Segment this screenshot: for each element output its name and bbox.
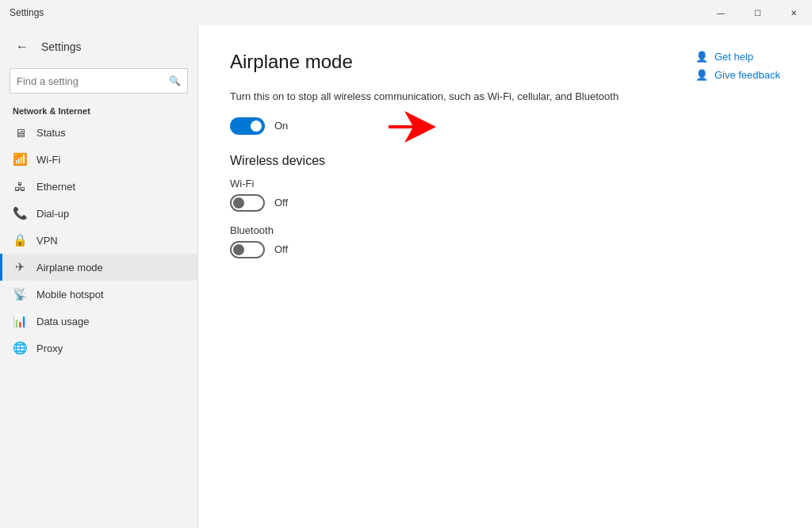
- bluetooth-toggle-row: Off: [230, 241, 780, 258]
- ethernet-nav-icon: 🖧: [13, 179, 27, 193]
- proxy-nav-icon: 🌐: [13, 341, 27, 355]
- help-icon: 👤: [695, 51, 708, 63]
- wireless-devices-heading: Wireless devices: [230, 154, 780, 168]
- proxy-nav-label: Proxy: [36, 342, 63, 354]
- ethernet-nav-label: Ethernet: [36, 181, 75, 193]
- titlebar-title: Settings: [10, 7, 44, 18]
- wifi-toggle[interactable]: [230, 194, 265, 212]
- give-feedback-label: Give feedback: [714, 69, 780, 81]
- titlebar-controls: — ☐ ✕: [703, 0, 812, 25]
- device-section-bluetooth: Bluetooth Off: [230, 224, 780, 258]
- wifi-nav-icon: 📶: [13, 152, 27, 166]
- wifi-device-name: Wi-Fi: [230, 178, 780, 189]
- sidebar-item-dialup[interactable]: 📞 Dial-up: [0, 200, 197, 227]
- sidebar-item-vpn[interactable]: 🔒 VPN: [0, 227, 197, 254]
- vpn-nav-icon: 🔒: [13, 233, 27, 247]
- sidebar-header: ← Settings: [0, 25, 197, 65]
- wifi-nav-label: Wi-Fi: [36, 154, 60, 166]
- main-content: 👤 Get help 👤 Give feedback Airplane mode…: [198, 25, 812, 528]
- sidebar-item-status[interactable]: 🖥 Status: [0, 119, 197, 146]
- hotspot-nav-label: Mobile hotspot: [36, 289, 104, 300]
- feedback-icon: 👤: [695, 69, 708, 81]
- sidebar-item-proxy[interactable]: 🌐 Proxy: [0, 335, 197, 362]
- sidebar-item-wifi[interactable]: 📶 Wi-Fi: [0, 146, 197, 173]
- airplane-mode-toggle[interactable]: [230, 117, 265, 135]
- airplane-nav-label: Airplane mode: [36, 262, 103, 274]
- airplane-toggle-row: On: [230, 117, 780, 135]
- app-body: ← Settings 🔍 Network & Internet 🖥 Status…: [0, 25, 812, 528]
- sidebar: ← Settings 🔍 Network & Internet 🖥 Status…: [0, 25, 198, 528]
- get-help-link[interactable]: 👤 Get help: [695, 51, 780, 63]
- sidebar-item-ethernet[interactable]: 🖧 Ethernet: [0, 173, 197, 200]
- right-panel: 👤 Get help 👤 Give feedback: [695, 51, 780, 81]
- sidebar-section-label: Network & Internet: [0, 101, 197, 119]
- sidebar-item-datausage[interactable]: 📊 Data usage: [0, 308, 197, 335]
- minimize-button[interactable]: —: [703, 0, 739, 25]
- device-section-wifi: Wi-Fi Off: [230, 178, 780, 212]
- search-box[interactable]: 🔍: [10, 68, 188, 94]
- status-nav-icon: 🖥: [13, 125, 27, 140]
- wifi-toggle-knob: [233, 197, 244, 209]
- bluetooth-toggle-label: Off: [274, 243, 288, 255]
- wifi-toggle-row: Off: [230, 194, 780, 212]
- give-feedback-link[interactable]: 👤 Give feedback: [695, 69, 780, 81]
- dialup-nav-icon: 📞: [13, 206, 27, 220]
- hotspot-nav-icon: 📡: [13, 287, 27, 301]
- status-nav-label: Status: [36, 127, 66, 139]
- vpn-nav-label: VPN: [36, 235, 58, 247]
- back-button[interactable]: ←: [13, 36, 32, 57]
- sidebar-app-title: Settings: [41, 40, 82, 53]
- dialup-nav-label: Dial-up: [36, 208, 69, 220]
- airplane-description: Turn this on to stop all wireless commun…: [230, 89, 674, 105]
- airplane-nav-icon: ✈: [13, 260, 27, 274]
- datausage-nav-icon: 📊: [13, 314, 27, 328]
- bluetooth-device-name: Bluetooth: [230, 224, 780, 236]
- airplane-toggle-label: On: [274, 120, 288, 132]
- search-icon: 🔍: [169, 75, 181, 86]
- get-help-label: Get help: [714, 51, 753, 63]
- sidebar-item-airplane[interactable]: ✈ Airplane mode: [0, 254, 197, 281]
- maximize-button[interactable]: ☐: [739, 0, 776, 25]
- titlebar: Settings — ☐ ✕: [0, 0, 812, 25]
- airplane-toggle-knob: [251, 121, 262, 132]
- devices-container: Wi-Fi Off Bluetooth Off: [230, 178, 780, 258]
- search-input[interactable]: [17, 75, 169, 87]
- datausage-nav-label: Data usage: [36, 316, 90, 327]
- nav-container: 🖥 Status 📶 Wi-Fi 🖧 Ethernet 📞 Dial-up 🔒 …: [0, 119, 197, 362]
- bluetooth-toggle-knob: [233, 244, 244, 255]
- close-button[interactable]: ✕: [776, 0, 812, 25]
- sidebar-item-hotspot[interactable]: 📡 Mobile hotspot: [0, 281, 197, 308]
- bluetooth-toggle[interactable]: [230, 241, 265, 258]
- wifi-toggle-label: Off: [274, 197, 288, 209]
